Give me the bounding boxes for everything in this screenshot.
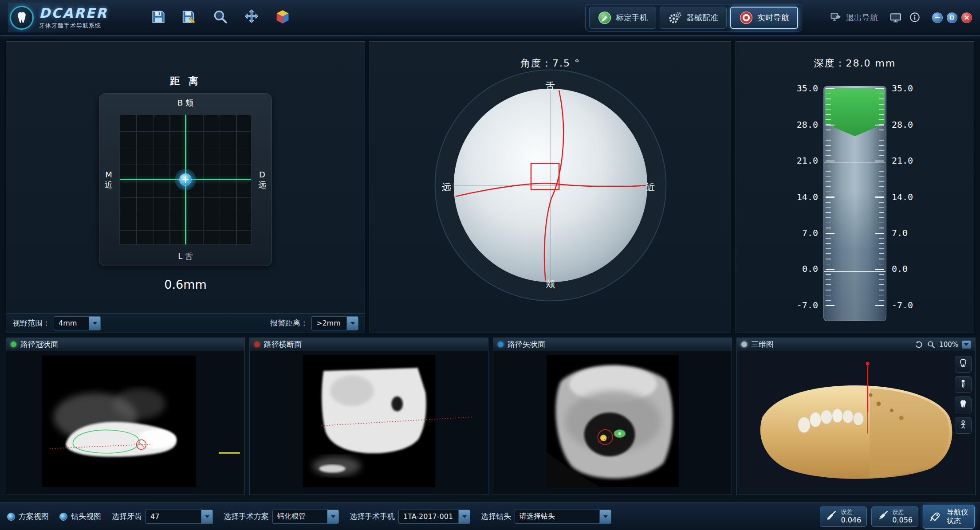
show-implant-button[interactable] — [955, 376, 972, 393]
drill-tool-icon — [826, 510, 837, 523]
chevron-down-icon — [599, 510, 611, 523]
handpiece-select[interactable]: 1TA-2017-001 — [398, 510, 470, 524]
angle-display: 舌 颊 远 近 — [370, 42, 731, 333]
coronal-view-image[interactable] — [6, 351, 244, 495]
nav-calibrate-handpiece[interactable]: 标定手机 — [589, 7, 656, 29]
depth-tick-label: -7.0 — [892, 300, 913, 310]
ct-views-row: 路径冠状面 路径横断面 — [6, 338, 974, 495]
depth-reference-line — [824, 162, 886, 163]
depth-tick-label: 0.0 — [802, 263, 818, 274]
save-icon — [150, 8, 167, 27]
fov-select[interactable]: 4mm — [54, 316, 101, 330]
drill-select-label: 选择钻头 — [481, 511, 511, 522]
target-icon — [739, 11, 753, 25]
distance-grid — [119, 114, 252, 245]
plan-view-radio[interactable]: 方案视图 — [7, 511, 49, 522]
angle-label-distal: 远 — [442, 181, 451, 193]
sagittal-view-header[interactable]: 路径矢状面 — [493, 338, 732, 351]
handpiece-select-label: 选择手术手机 — [350, 511, 395, 522]
statusbar-right: 误差 0.046 误差 0.056 导航仪 状态 — [820, 505, 975, 529]
search-icon — [212, 8, 229, 27]
position-marker-core — [179, 173, 192, 186]
depth-tick-label: 0.0 — [892, 263, 908, 274]
angle-label-mesial: 近 — [646, 181, 655, 193]
show-tooth-button[interactable] — [955, 356, 972, 373]
distance-display: B 颊 L 舌 M 近 D 远 — [99, 93, 272, 266]
depth-tick-label: -7.0 — [797, 300, 818, 310]
error2-value: 0.056 — [892, 516, 913, 524]
three-d-view-title: 三维图 — [751, 339, 774, 349]
gray-dot-icon — [741, 342, 747, 347]
calibrate-handpiece-icon — [598, 11, 612, 25]
search-button[interactable] — [211, 8, 230, 27]
tooth-icon — [958, 358, 968, 370]
depth-zero-line — [824, 271, 886, 272]
chevron-down-icon — [201, 510, 213, 523]
status-bar: 方案视图 钻头视图 选择牙齿 47 选择手术方案 钙化根管 选择手术手机 1TA… — [0, 503, 980, 530]
zoom-icon[interactable] — [927, 340, 936, 349]
green-dot-icon — [11, 342, 16, 347]
depth-tick-label: 21.0 — [797, 155, 818, 166]
model-cube-button[interactable] — [273, 8, 292, 27]
reset-view-icon[interactable] — [914, 340, 923, 349]
plan-select[interactable]: 钙化根管 — [272, 510, 339, 524]
coronal-view-panel: 路径冠状面 — [6, 338, 245, 495]
coronal-view-header[interactable]: 路径冠状面 — [6, 338, 244, 351]
chevron-down-icon — [327, 510, 338, 523]
sagittal-view-image[interactable] — [493, 351, 732, 495]
close-button[interactable] — [961, 12, 972, 23]
help-icon[interactable] — [909, 12, 921, 24]
save-button[interactable] — [149, 8, 168, 27]
nav-label: 标定手机 — [616, 12, 648, 23]
distance-label-mesial: M 近 — [105, 170, 113, 190]
coronal-view-title: 路径冠状面 — [20, 339, 58, 349]
tooth-select[interactable]: 47 — [146, 510, 213, 524]
maximize-button[interactable] — [947, 12, 957, 23]
save-as-button[interactable] — [180, 8, 199, 27]
handpiece-tool-icon — [877, 510, 889, 523]
depth-tick-label: 35.0 — [892, 83, 913, 94]
navigator-status-button[interactable]: 导航仪 状态 — [923, 505, 975, 529]
plan-select-label: 选择手术方案 — [224, 511, 269, 522]
error-badge-1[interactable]: 误差 0.046 — [820, 506, 867, 527]
depth-display: 35.0 28.0 21.0 14.0 7.0 0.0 -7.0 — [783, 86, 927, 321]
crown-tooth-icon — [958, 399, 968, 411]
drill-select[interactable]: 请选择钻头 — [515, 510, 611, 524]
nav-realtime-navigation[interactable]: 实时导航 — [730, 7, 798, 29]
drill-view-radio[interactable]: 钻头视图 — [59, 511, 101, 522]
angle-label-buccal: 颊 — [546, 278, 555, 290]
exit-label: 退出导航 — [846, 12, 878, 23]
sagittal-view-title: 路径矢状面 — [508, 339, 545, 349]
three-d-view-image[interactable] — [737, 351, 975, 495]
sagittal-view-panel: 路径矢状面 — [493, 338, 732, 495]
exit-icon — [830, 11, 842, 25]
depth-tick-label: 14.0 — [892, 192, 913, 202]
show-crown-button[interactable] — [955, 397, 972, 413]
zoom-level: 100% — [939, 341, 958, 349]
drill-select-value: 请选择钻头 — [515, 512, 599, 521]
axial-view-header[interactable]: 路径横断面 — [250, 338, 488, 351]
gear-icon — [668, 11, 682, 25]
move-button[interactable] — [242, 8, 261, 27]
plan-select-value: 钙化根管 — [273, 512, 327, 521]
display-icon[interactable] — [889, 12, 902, 24]
close-icon — [964, 15, 969, 20]
distance-title: 距 离 — [170, 75, 201, 88]
minimize-button[interactable] — [932, 12, 943, 23]
distance-label-mesial-line1: M — [105, 170, 113, 180]
exit-navigation-button[interactable]: 退出导航 — [825, 7, 882, 28]
alarm-select[interactable]: >2mm — [311, 316, 358, 330]
skeleton-icon — [958, 420, 968, 431]
distance-label-lingual: L 舌 — [178, 251, 193, 262]
app-brand: DCARER — [39, 5, 108, 21]
zoom-select-button[interactable] — [962, 341, 971, 349]
axial-view-image[interactable] — [250, 351, 488, 495]
depth-tick-label: 35.0 — [797, 83, 818, 94]
error-badge-2[interactable]: 误差 0.056 — [871, 506, 918, 527]
three-d-view-panel: 三维图 100% — [736, 338, 976, 495]
show-skeleton-button[interactable] — [955, 417, 972, 434]
three-d-view-header[interactable]: 三维图 100% — [737, 338, 975, 351]
nav-instrument-registration[interactable]: 器械配准 — [660, 7, 727, 29]
distance-label-mesial-line2: 近 — [105, 180, 113, 190]
alarm-select-value: >2mm — [312, 319, 346, 327]
